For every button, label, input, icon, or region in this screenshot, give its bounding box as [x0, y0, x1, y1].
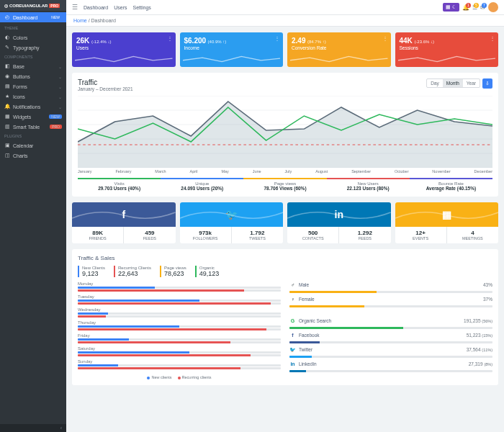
nav-header-plugins: PLUGINS	[0, 132, 66, 140]
source-value: 37,564 (11%)	[467, 347, 492, 352]
card-value: $6.200	[184, 37, 207, 45]
range-month[interactable]: Month	[443, 79, 463, 87]
breadcrumb-current: Dashboard	[91, 18, 116, 23]
nav-label: Charts	[13, 153, 28, 158]
traffic-stat: Bounce RateAverage Rate (40.15%)	[410, 178, 492, 191]
list-icon[interactable]: ☰5	[472, 4, 477, 11]
bar-new	[78, 351, 281, 354]
nav-dashboard[interactable]: ◴ Dashboard NEW	[0, 12, 66, 22]
day-row: Friday	[78, 333, 281, 343]
traffic-chart	[78, 96, 492, 168]
nav-widgets[interactable]: ▦WidgetsNEW	[0, 112, 66, 122]
dots-icon[interactable]: ⋮	[490, 35, 495, 42]
nav-smart-table[interactable]: ▥Smart TablePRO	[0, 122, 66, 132]
base-icon: ◧	[4, 63, 10, 69]
range-year[interactable]: Year	[463, 79, 480, 87]
nav-notifications[interactable]: 🔔Notifications⌄	[0, 102, 66, 112]
card-label: Sessions	[400, 45, 495, 50]
nav-base[interactable]: ◧Base⌄	[0, 61, 66, 71]
breadcrumb-home[interactable]: Home	[73, 18, 87, 23]
dots-icon[interactable]: ⋮	[274, 35, 280, 42]
gender-bar	[289, 305, 492, 307]
bar-new	[78, 312, 281, 315]
avatar[interactable]	[488, 2, 498, 12]
day-label: Monday	[78, 282, 281, 286]
chevron-down-icon: ⌄	[58, 104, 62, 109]
dots-icon[interactable]: ⋮	[382, 35, 388, 42]
metric-value: 22,643	[118, 270, 151, 277]
social-num: 1.292	[339, 230, 390, 236]
month-label: March	[155, 169, 166, 174]
topnav-dashboard[interactable]: Dashboard	[84, 5, 108, 10]
nav-header-theme: THEME	[0, 24, 66, 32]
range-day[interactable]: Day	[427, 79, 443, 87]
download-button[interactable]: ⇩	[482, 78, 492, 89]
bar-recurring	[78, 289, 281, 292]
nav-buttons[interactable]: ◉Buttons⌄	[0, 71, 66, 81]
day-row: Saturday	[78, 346, 281, 356]
ts-title: Traffic & Sales	[78, 255, 492, 261]
envelope-icon[interactable]: ✉7	[480, 4, 485, 11]
bell-icon[interactable]: 🔔1	[462, 4, 469, 11]
nav-colors[interactable]: ◐Colors	[0, 32, 66, 42]
bar-recurring	[78, 341, 281, 343]
gender-row: ♀Female37%	[289, 296, 492, 302]
dashboard-button[interactable]: ▦☾	[443, 3, 459, 12]
stat-value: 24.093 Users (20%)	[161, 186, 243, 191]
typography-icon: ✎	[4, 45, 10, 50]
gender-row: ♂Male43%	[289, 282, 492, 288]
day-label: Tuesday	[78, 294, 281, 299]
social-num: 459	[124, 230, 175, 236]
month-label: September	[351, 169, 371, 174]
bar-new	[78, 325, 281, 328]
dots-icon[interactable]: ⋮	[167, 35, 173, 42]
nav-label: Icons	[13, 94, 25, 99]
day-row: Tuesday	[78, 294, 281, 305]
bar-new	[78, 300, 281, 302]
card-label: Income	[184, 45, 279, 50]
card-delta: (-23.6% ↓)	[414, 40, 434, 44]
stat-value: Average Rate (40.15%)	[410, 186, 492, 191]
month-label: October	[395, 169, 409, 174]
stat-card-1: $6.200 (40.9% ↑)Income⋮	[180, 32, 284, 67]
chevron-down-icon: ⌄	[58, 64, 62, 69]
logo: ◎ COREUIANGULAR PRO	[0, 0, 66, 11]
source-icon: 🐦	[289, 346, 296, 353]
nav-forms[interactable]: ▤Forms⌄	[0, 81, 66, 91]
moon-icon: ☾	[452, 4, 456, 10]
sidebar-collapse[interactable]: ‹	[0, 424, 66, 432]
bar-recurring	[78, 354, 281, 356]
social-num: 4	[447, 230, 498, 236]
source-label: Organic Search	[299, 318, 461, 323]
nav-label: Typography	[13, 45, 40, 50]
traffic-stat: Page views78.706 Views (60%)	[243, 178, 326, 191]
card-value: 26K	[76, 37, 89, 45]
source-value: 27,319 (8%)	[469, 361, 492, 366]
grid-icon: ▦	[446, 4, 451, 10]
bar-recurring	[78, 302, 281, 305]
social-num: 89K	[72, 230, 123, 236]
nav-typography[interactable]: ✎Typography	[0, 42, 66, 53]
nav-charts[interactable]: ◫Charts	[0, 150, 66, 161]
month-label: August	[315, 169, 328, 174]
widgets-icon: ▦	[4, 114, 10, 120]
hamburger-icon[interactable]: ☰	[72, 4, 78, 11]
month-label: April	[190, 169, 198, 174]
card-label: Users	[76, 45, 171, 50]
nav-badge: NEW	[49, 114, 62, 119]
nav-label: Buttons	[13, 74, 30, 79]
month-label: December	[474, 169, 492, 174]
gender-value: 43%	[483, 282, 492, 287]
logo-badge: PRO	[49, 4, 60, 8]
day-row: Monday	[78, 282, 281, 292]
source-bar	[289, 370, 492, 372]
nav-icons[interactable]: ★Icons⌄	[0, 91, 66, 102]
ts-metric: Page views78,623	[160, 266, 186, 277]
social-label: FEEDS	[124, 236, 175, 240]
nav-calendar[interactable]: ▣Calendar	[0, 140, 66, 150]
topnav-settings[interactable]: Settings	[133, 5, 151, 10]
topnav-users[interactable]: Users	[114, 5, 127, 10]
speedometer-icon: ◴	[4, 14, 10, 20]
source-icon: G	[289, 318, 296, 324]
nav-label: Forms	[13, 84, 27, 89]
